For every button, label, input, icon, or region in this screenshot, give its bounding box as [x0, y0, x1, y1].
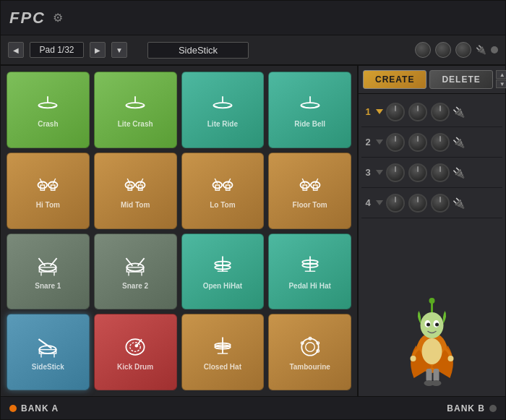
pad-hi-tom[interactable]: Hi Tom	[7, 153, 90, 229]
pad-hi-tom-label: Hi Tom	[36, 201, 60, 209]
pin-icon: 🔌	[476, 45, 486, 55]
lo-tom-icon	[210, 172, 236, 198]
bank-b-dot	[489, 405, 497, 412]
svg-line-24	[215, 179, 218, 184]
ride-bell-icon	[297, 91, 323, 117]
pad-open-hihat[interactable]: Open HiHat	[181, 233, 265, 310]
svg-point-73	[421, 312, 444, 338]
ch4-knob-3[interactable]	[431, 194, 450, 213]
led-indicator	[491, 46, 498, 53]
svg-point-65	[301, 338, 318, 355]
ch1-pin-icon: 🔌	[453, 106, 465, 118]
pad-lite-crash[interactable]: Lite Crash	[94, 72, 177, 148]
scroll-down-button[interactable]: ▼	[496, 80, 506, 88]
create-button[interactable]: CREATE	[363, 70, 426, 89]
ch3-knob-2[interactable]	[408, 163, 427, 182]
svg-point-85	[432, 380, 442, 386]
svg-point-81	[448, 356, 454, 361]
ch1-knob-3[interactable]	[431, 103, 450, 121]
svg-rect-83	[434, 369, 439, 382]
pad-sidestick-label: SideStick	[32, 363, 64, 371]
lite-crash-icon	[122, 91, 148, 117]
create-delete-row: CREATE DELETE ▲ ▼	[359, 66, 505, 94]
ch1-knob-2[interactable]	[408, 103, 427, 121]
ch1-triangle	[376, 109, 383, 114]
bank-a-dot	[9, 405, 17, 412]
pad-mid-tom-label: Mid Tom	[121, 201, 150, 209]
dropdown-button[interactable]: ▼	[111, 42, 127, 58]
snare2-icon	[122, 253, 148, 279]
ch4-knob-2[interactable]	[408, 194, 427, 213]
closed-hat-icon	[210, 334, 236, 360]
lite-ride-icon	[210, 91, 236, 117]
channel-strips: 1 🔌 2	[359, 94, 505, 266]
mascot-area	[359, 266, 505, 396]
ch2-knob-1[interactable]	[386, 133, 405, 152]
svg-point-75	[429, 298, 435, 304]
pad-lite-crash-label: Lite Crash	[118, 120, 153, 128]
ch1-knob-1[interactable]	[386, 103, 405, 121]
pad-floor-tom[interactable]: Floor Tom	[268, 153, 351, 229]
ch3-knob-3[interactable]	[431, 163, 450, 182]
nav-left-button[interactable]: ◀	[8, 42, 24, 58]
app-logo: FPC	[9, 9, 46, 27]
channel-strip-3: 3 🔌	[361, 158, 502, 188]
pad-closed-hat-label: Closed Hat	[204, 363, 241, 371]
pad-crash[interactable]: Crash	[7, 72, 90, 148]
pad-mid-tom[interactable]: Mid Tom	[94, 153, 177, 229]
pad-ride-bell-label: Ride Bell	[294, 120, 325, 128]
bank-b-button[interactable]: BANK B	[447, 403, 497, 413]
pad-closed-hat[interactable]: Closed Hat	[181, 314, 265, 390]
bank-a-button[interactable]: BANK A	[9, 403, 59, 413]
delete-button[interactable]: DELETE	[429, 70, 492, 89]
pad-tambourine[interactable]: Tambourine	[268, 314, 351, 390]
channel-strip-2: 2 🔌	[361, 127, 502, 158]
ch2-knobs	[386, 133, 450, 152]
pad-pedal-hihat[interactable]: Pedal Hi Hat	[268, 233, 351, 310]
pad-snare1[interactable]: Snare 1	[7, 233, 90, 310]
pad-lo-tom[interactable]: Lo Tom	[181, 153, 265, 229]
instrument-label: SideStick	[147, 42, 249, 59]
svg-point-80	[411, 356, 416, 361]
ch2-triangle	[376, 140, 383, 145]
scroll-up-button[interactable]: ▲	[496, 70, 506, 79]
pad-floor-tom-label: Floor Tom	[293, 201, 327, 209]
channel-num-2: 2	[363, 137, 373, 147]
gear-icon[interactable]: ⚙	[53, 11, 63, 25]
pad-tambourine-label: Tambourine	[289, 363, 330, 371]
cymbal-icon	[35, 91, 61, 117]
ch2-knob-2[interactable]	[408, 133, 427, 152]
knob-pitch[interactable]	[455, 42, 471, 58]
right-panel: CREATE DELETE ▲ ▼ 1 🔌	[357, 66, 505, 396]
toolbar: ◀ Pad 1/32 ▶ ▼ SideStick 🔌	[1, 35, 505, 66]
svg-line-31	[315, 179, 318, 184]
knob-volume[interactable]	[415, 42, 431, 58]
scroll-buttons: ▲ ▼	[496, 70, 506, 89]
svg-line-30	[302, 179, 305, 184]
main-content: Crash Lite Crash Lit	[1, 66, 505, 396]
knob-pan[interactable]	[435, 42, 451, 58]
mascot-character	[401, 280, 463, 389]
ch4-knob-1[interactable]	[386, 194, 405, 213]
ch3-knobs	[386, 163, 450, 182]
svg-point-57	[126, 339, 145, 355]
channel-strip-4: 4 🔌	[361, 188, 502, 218]
ch2-knob-3[interactable]	[431, 133, 450, 152]
nav-right-button[interactable]: ▶	[90, 42, 106, 58]
ch1-knobs	[386, 103, 450, 121]
svg-line-25	[228, 179, 231, 184]
pad-snare1-label: Snare 1	[35, 282, 61, 290]
ch3-knob-1[interactable]	[386, 163, 405, 182]
tambourine-icon	[297, 334, 323, 360]
bank-b-label: BANK B	[447, 403, 485, 413]
svg-line-12	[40, 179, 43, 184]
pad-snare2[interactable]: Snare 2	[94, 233, 177, 310]
ch4-pin-icon: 🔌	[453, 197, 465, 209]
pad-ride-bell[interactable]: Ride Bell	[268, 72, 351, 148]
header: FPC ⚙	[1, 1, 505, 35]
svg-rect-82	[426, 369, 432, 382]
pad-sidestick[interactable]: SideStick	[7, 314, 90, 390]
pad-lite-ride[interactable]: Lite Ride	[181, 72, 265, 148]
pad-kick-drum[interactable]: Kick Drum	[94, 314, 177, 390]
svg-point-79	[435, 323, 439, 327]
